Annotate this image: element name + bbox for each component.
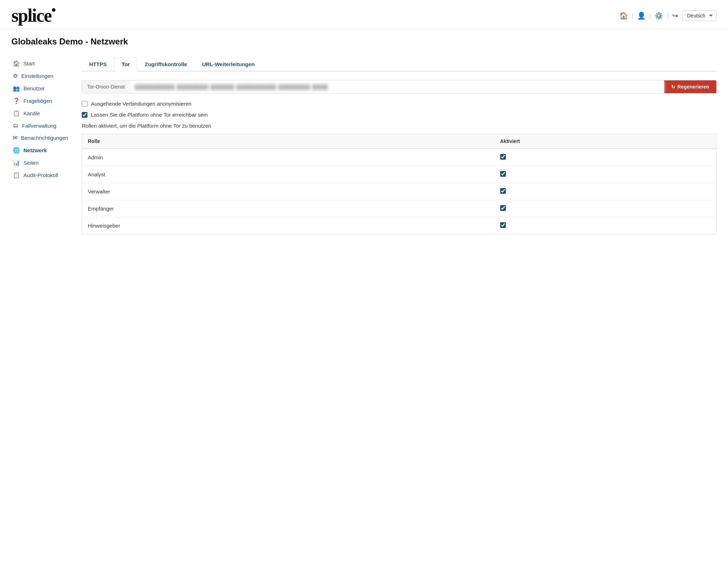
pages-icon: 📊 (13, 159, 20, 166)
role-cell: Empfänger (82, 200, 494, 217)
network-icon: 🌐 (13, 147, 20, 154)
table-row: Verwalter (82, 183, 717, 200)
activated-cell (494, 149, 717, 166)
header: splice 🏠 | 👤 | ⚙️ | ↪ Deutsch English Fr… (0, 0, 728, 29)
sidebar: 🏠 Start ⚙ Einstellungen 👥 Benutzer ❓ Fra… (0, 50, 75, 241)
sidebar-item-audit[interactable]: 📋 Audit-Protokoll (11, 169, 68, 181)
table-row: Hinweisgeber (82, 217, 717, 234)
allow-without-tor-label[interactable]: Lassen Sie die Plattform ohne Tor erreic… (91, 112, 208, 118)
role-activated-checkbox[interactable] (500, 154, 506, 160)
allow-without-tor-row: Lassen Sie die Plattform ohne Tor erreic… (82, 112, 717, 118)
table-row: Analyst (82, 166, 717, 183)
role-cell: Verwalter (82, 183, 494, 200)
sidebar-label-benachrichtigungen: Benachrichtigungen (21, 135, 68, 141)
tab-https[interactable]: HTTPS (82, 57, 114, 71)
tab-zugriffskontrolle[interactable]: Zugriffskontrolle (137, 57, 194, 71)
sidebar-item-benachrichtigungen[interactable]: ✉ Benachrichtigungen (11, 132, 68, 144)
anonymize-row: Ausgehende Verbindungen anonymisieren (82, 101, 717, 107)
regenerate-button[interactable]: ↻ Regenerieren (664, 80, 716, 93)
role-activated-checkbox[interactable] (500, 222, 506, 228)
sidebar-label-fragebögen: Fragebögen (23, 98, 52, 104)
sidebar-label-audit: Audit-Protokoll (23, 172, 58, 178)
tab-url-weiterleitungen[interactable]: URL-Weiterleitungen (194, 57, 262, 71)
table-header-row: Rolle Aktiviert (82, 134, 717, 149)
sidebar-label-seiten: Seiten (23, 160, 39, 166)
header-icons: 🏠 | 👤 | ⚙️ | ↪ (619, 11, 678, 20)
role-cell: Admin (82, 149, 494, 166)
allow-without-tor-checkbox[interactable] (82, 112, 87, 118)
activated-cell (494, 217, 717, 234)
role-cell: Analyst (82, 166, 494, 183)
separator-2: | (649, 12, 651, 20)
sidebar-item-start[interactable]: 🏠 Start (11, 57, 68, 70)
mail-icon: ✉ (13, 134, 17, 141)
logout-icon[interactable]: ↪ (672, 11, 678, 20)
tab-tor[interactable]: Tor (114, 57, 137, 71)
logo: splice (11, 6, 55, 25)
home-icon[interactable]: 🏠 (619, 11, 628, 20)
separator-3: | (667, 12, 669, 20)
refresh-icon: ↻ (671, 84, 675, 90)
question-icon: ❓ (13, 97, 20, 104)
regen-label: Regenerieren (678, 84, 709, 90)
roles-description: Rollen aktiviert, um die Plattform ohne … (82, 123, 717, 129)
header-right: 🏠 | 👤 | ⚙️ | ↪ Deutsch English Français … (619, 10, 717, 21)
users-icon: 👥 (13, 85, 20, 92)
settings-icon[interactable]: ⚙️ (654, 11, 663, 20)
sidebar-item-seiten[interactable]: 📊 Seiten (11, 156, 68, 169)
case-icon: 🗂 (13, 122, 18, 129)
role-activated-checkbox[interactable] (500, 188, 506, 194)
audit-icon: 📋 (13, 172, 20, 179)
onion-service-row: Tor-Onion-Dienst ██████████ ████████ ███… (82, 80, 717, 94)
activated-cell (494, 183, 717, 200)
sidebar-label-fallverwaltung: Fallverwaltung (22, 123, 57, 129)
user-icon[interactable]: 👤 (637, 11, 646, 20)
channel-icon: 📋 (13, 110, 20, 117)
sidebar-label-benutzer: Benutzer (23, 85, 45, 91)
role-activated-checkbox[interactable] (500, 205, 506, 211)
anonymize-checkbox[interactable] (82, 101, 87, 107)
col-header-role: Rolle (82, 134, 494, 149)
layout: 🏠 Start ⚙ Einstellungen 👥 Benutzer ❓ Fra… (0, 50, 728, 256)
table-row: Admin (82, 149, 717, 166)
onion-value: ██████████ ████████ ██████ ██████████ ██… (130, 81, 664, 93)
sidebar-item-einstellungen[interactable]: ⚙ Einstellungen (11, 70, 68, 82)
page-title: Globaleaks Demo - Netzwerk (0, 29, 728, 50)
sidebar-label-einstellungen: Einstellungen (21, 73, 53, 79)
home-icon: 🏠 (13, 60, 20, 67)
table-row: Empfänger (82, 200, 717, 217)
sidebar-label-kanäle: Kanäle (23, 110, 40, 116)
language-select[interactable]: Deutsch English Français Español (682, 10, 717, 21)
sidebar-label-netzwerk: Netzwerk (23, 147, 47, 153)
separator-1: | (632, 12, 633, 20)
sidebar-item-netzwerk[interactable]: 🌐 Netzwerk (11, 144, 68, 156)
roles-table: Rolle Aktiviert AdminAnalystVerwalterEmp… (82, 134, 717, 234)
main-content: HTTPS Tor Zugriffskontrolle URL-Weiterle… (75, 50, 728, 241)
onion-label: Tor-Onion-Dienst (82, 80, 130, 93)
sidebar-item-benutzer[interactable]: 👥 Benutzer (11, 82, 68, 95)
activated-cell (494, 200, 717, 217)
sidebar-item-fallverwaltung[interactable]: 🗂 Fallverwaltung (11, 119, 68, 132)
anonymize-label[interactable]: Ausgehende Verbindungen anonymisieren (91, 101, 192, 107)
sidebar-item-kanäle[interactable]: 📋 Kanäle (11, 107, 68, 119)
col-header-activated: Aktiviert (494, 134, 717, 149)
sidebar-item-fragebögen[interactable]: ❓ Fragebögen (11, 95, 68, 107)
sidebar-label-start: Start (23, 60, 35, 67)
role-cell: Hinweisgeber (82, 217, 494, 234)
settings-icon: ⚙ (13, 73, 18, 79)
activated-cell (494, 166, 717, 183)
role-activated-checkbox[interactable] (500, 171, 506, 177)
tab-bar: HTTPS Tor Zugriffskontrolle URL-Weiterle… (82, 57, 717, 71)
